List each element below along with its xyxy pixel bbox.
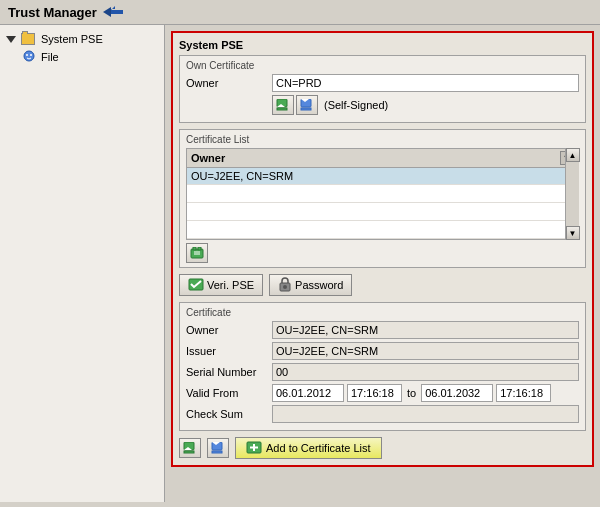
- cert-checksum-input: [272, 405, 579, 423]
- svg-point-5: [30, 54, 32, 56]
- veri-pse-label: Veri. PSE: [207, 279, 254, 291]
- owner-label: Owner: [186, 77, 268, 89]
- svg-rect-25: [212, 451, 222, 453]
- scroll-track: [566, 162, 579, 226]
- title-bar: Trust Manager: [0, 0, 600, 25]
- cert-owner-input: [272, 321, 579, 339]
- back-arrow-icon[interactable]: [103, 4, 125, 20]
- sidebar-item-system-pse[interactable]: System PSE: [4, 31, 160, 47]
- main-layout: System PSE File System PSE Own Certifica…: [0, 25, 600, 502]
- svg-rect-0: [109, 10, 123, 14]
- cert-owner-label: Owner: [186, 324, 268, 336]
- svg-point-19: [283, 285, 287, 289]
- sidebar: System PSE File: [0, 25, 165, 502]
- bottom-row: Add to Certificate List: [179, 437, 586, 459]
- self-signed-text: (Self-Signed): [324, 99, 388, 111]
- svg-marker-2: [103, 7, 111, 17]
- cert-checksum-row: Check Sum: [186, 405, 579, 423]
- svg-point-4: [26, 54, 28, 56]
- scroll-down-btn[interactable]: ▼: [566, 226, 580, 240]
- certificate-section-label: Certificate: [186, 307, 579, 318]
- page-title: Trust Manager: [8, 5, 97, 20]
- owner-row: Owner: [186, 74, 579, 92]
- valid-to-date-input: [421, 384, 493, 402]
- cert-serial-label: Serial Number: [186, 366, 268, 378]
- password-label: Password: [295, 279, 343, 291]
- sidebar-item-system-pse-label: System PSE: [41, 33, 103, 45]
- cert-list-area: Owner ▼ OU=J2EE, CN=SRM: [186, 148, 579, 240]
- add-cert-icon: [246, 440, 262, 456]
- bottom-export-icon-btn[interactable]: [207, 438, 229, 458]
- owner-input[interactable]: [272, 74, 579, 92]
- cert-scrollbar[interactable]: ▲ ▼: [565, 148, 579, 240]
- cert-serial-input: [272, 363, 579, 381]
- expand-icon: [6, 36, 16, 43]
- system-pse-panel: System PSE Own Certificate Owner: [171, 31, 594, 467]
- action-btn-row: Veri. PSE Password: [179, 274, 586, 296]
- own-certificate-section: Own Certificate Owner: [179, 55, 586, 123]
- veri-pse-icon: [188, 277, 204, 293]
- cert-issuer-label: Issuer: [186, 345, 268, 357]
- cert-list-label: Certificate List: [186, 134, 579, 145]
- svg-rect-22: [184, 451, 194, 453]
- svg-rect-8: [277, 108, 287, 110]
- cert-serial-row: Serial Number: [186, 363, 579, 381]
- svg-rect-11: [301, 108, 311, 110]
- certificate-section: Certificate Owner Issuer Serial Number: [179, 302, 586, 431]
- valid-to-time-input: [496, 384, 551, 402]
- valid-from-time-input: [347, 384, 402, 402]
- svg-rect-13: [193, 247, 196, 250]
- import-cert-icon-btn[interactable]: [272, 95, 294, 115]
- password-button[interactable]: Password: [269, 274, 352, 296]
- cert-valid-row: Valid From to: [186, 384, 579, 402]
- add-cert-label: Add to Certificate List: [266, 442, 371, 454]
- svg-rect-14: [198, 247, 201, 250]
- to-separator: to: [405, 387, 418, 399]
- lock-icon: [278, 276, 292, 294]
- cert-valid-label: Valid From: [186, 387, 268, 399]
- cert-list-header: Owner ▼: [187, 149, 578, 168]
- sidebar-item-file[interactable]: File: [4, 47, 160, 67]
- own-cert-icon-row: (Self-Signed): [186, 95, 579, 115]
- cert-issuer-row: Issuer: [186, 342, 579, 360]
- cert-list-row[interactable]: [187, 203, 578, 221]
- add-to-certificate-list-button[interactable]: Add to Certificate List: [235, 437, 382, 459]
- valid-from-date-input: [272, 384, 344, 402]
- cert-checksum-label: Check Sum: [186, 408, 268, 420]
- own-certificate-label: Own Certificate: [186, 60, 579, 71]
- bottom-import-icon-btn[interactable]: [179, 438, 201, 458]
- sidebar-item-file-label: File: [41, 51, 59, 63]
- cert-list-bottom: [186, 243, 579, 263]
- cert-list-row[interactable]: OU=J2EE, CN=SRM: [187, 168, 578, 185]
- system-pse-panel-title: System PSE: [179, 39, 586, 51]
- cert-list-bottom-icon-btn[interactable]: [186, 243, 208, 263]
- cert-col-owner-header: Owner: [191, 152, 558, 164]
- cert-issuer-input: [272, 342, 579, 360]
- cert-list-body: OU=J2EE, CN=SRM: [187, 168, 578, 239]
- export-cert-icon-btn[interactable]: [296, 95, 318, 115]
- cert-list-wrapper: Owner ▼ OU=J2EE, CN=SRM: [186, 148, 579, 240]
- certificate-list-section: Certificate List Owner ▼ OU=J2EE, CN=SRM: [179, 129, 586, 268]
- veri-pse-button[interactable]: Veri. PSE: [179, 274, 263, 296]
- scroll-up-btn[interactable]: ▲: [566, 148, 580, 162]
- cert-owner-row: Owner: [186, 321, 579, 339]
- cert-list-row[interactable]: [187, 185, 578, 203]
- valid-from-row: to: [272, 384, 551, 402]
- cert-list-row[interactable]: [187, 221, 578, 239]
- content-area: System PSE Own Certificate Owner: [165, 25, 600, 502]
